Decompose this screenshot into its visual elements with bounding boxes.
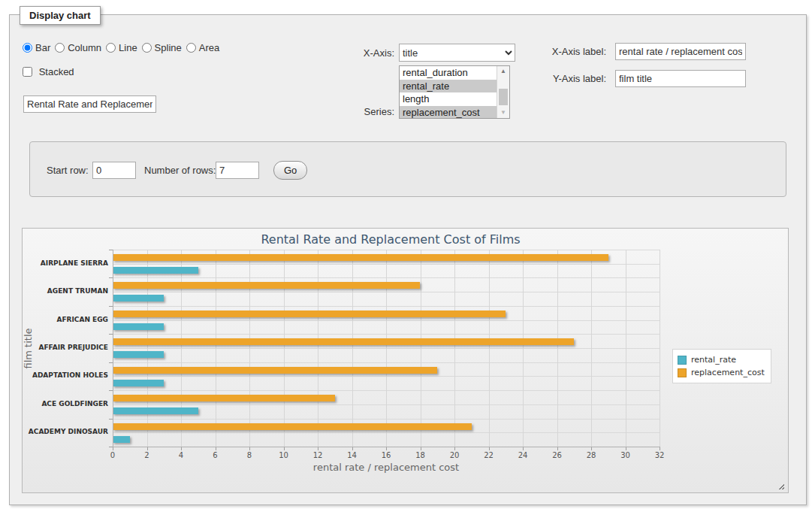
- category-label: ADAPTATION HOLES: [26, 371, 108, 379]
- bar-replacement_cost[interactable]: [113, 282, 420, 289]
- bar-rental_rate[interactable]: [113, 323, 164, 330]
- x-axis-label-field-label: X-Axis label:: [536, 46, 606, 57]
- x-tick-label: 6: [204, 451, 227, 459]
- chart-type-line[interactable]: Line: [106, 42, 137, 53]
- x-tick: [523, 447, 524, 450]
- go-button[interactable]: Go: [273, 161, 307, 180]
- legend-item-replacement_cost[interactable]: replacement_cost: [678, 366, 765, 379]
- x-tick: [386, 447, 387, 450]
- x-tick-label: 16: [375, 451, 397, 459]
- category-label: AFFAIR PREJUDICE: [26, 344, 108, 351]
- x-tick-label: 32: [648, 451, 671, 459]
- bar-replacement_cost[interactable]: [113, 254, 608, 261]
- chart-title-input[interactable]: [23, 95, 156, 113]
- number-of-rows-input[interactable]: [216, 162, 259, 179]
- scroll-up-icon[interactable]: ▲: [497, 66, 509, 77]
- bar-replacement_cost[interactable]: [113, 423, 472, 430]
- page: Display chart BarColumnLineSplineArea St…: [0, 0, 812, 512]
- y-tick: [109, 362, 113, 363]
- x-axis-label-input[interactable]: [615, 43, 746, 60]
- y-axis-label-input[interactable]: [615, 70, 746, 87]
- x-tick-label: 4: [170, 451, 192, 459]
- scrollbar-thumb[interactable]: [499, 89, 508, 105]
- v-gridline: [352, 250, 353, 447]
- x-tick: [318, 447, 318, 450]
- fieldset-legend: Display chart: [20, 6, 101, 25]
- x-tick: [660, 447, 660, 450]
- radio-area[interactable]: [186, 43, 196, 53]
- v-gridline: [147, 250, 148, 447]
- radio-spline[interactable]: [142, 43, 152, 53]
- radio-column[interactable]: [55, 43, 65, 53]
- bar-rental_rate[interactable]: [113, 380, 164, 386]
- bar-replacement_cost[interactable]: [113, 338, 574, 345]
- resize-handle-icon[interactable]: [777, 482, 784, 489]
- x-tick-label: 28: [580, 451, 602, 459]
- x-axis-label: X-Axis:: [324, 47, 394, 59]
- x-tick-label: 18: [409, 451, 432, 459]
- series-option-length[interactable]: length: [400, 92, 497, 106]
- row-range-panel: Start row: Number of rows: Go: [29, 141, 786, 197]
- legend-label: replacement_cost: [691, 368, 765, 377]
- x-tick: [284, 447, 285, 450]
- x-tick-label: 2: [136, 451, 158, 459]
- bar-replacement_cost[interactable]: [113, 311, 506, 317]
- y-axis-label-field-label: Y-Axis label:: [536, 73, 606, 84]
- series-option-rental_duration[interactable]: rental_duration: [400, 66, 497, 80]
- category-label: AFRICAN EGG: [26, 316, 108, 323]
- v-gridline: [421, 250, 421, 447]
- x-tick-label: 20: [443, 451, 466, 459]
- v-gridline: [454, 250, 455, 447]
- x-tick-label: 30: [614, 451, 637, 459]
- radio-label: Line: [119, 42, 137, 53]
- x-tick: [113, 447, 113, 450]
- scroll-down-icon[interactable]: ▼: [497, 108, 509, 118]
- series-option-rental_rate[interactable]: rental_rate: [400, 80, 497, 93]
- number-of-rows-label: Number of rows:: [144, 165, 216, 176]
- series-scrollbar[interactable]: ▲ ▼: [497, 66, 509, 118]
- legend-item-rental_rate[interactable]: rental_rate: [678, 353, 765, 366]
- chart-type-bar[interactable]: Bar: [23, 42, 50, 53]
- chart-type-column[interactable]: Column: [55, 42, 101, 53]
- v-gridline: [489, 250, 490, 447]
- chart-plot-area: [113, 250, 660, 447]
- y-tick: [109, 447, 113, 447]
- start-row-label: Start row:: [47, 165, 89, 176]
- chart-type-spline[interactable]: Spline: [142, 42, 182, 53]
- chart-type-area[interactable]: Area: [186, 42, 219, 53]
- radio-line[interactable]: [106, 43, 116, 53]
- series-option-replacement_cost[interactable]: replacement_cost: [400, 106, 497, 120]
- y-tick: [109, 390, 113, 391]
- stacked-label: Stacked: [39, 66, 74, 77]
- legend-swatch-icon: [678, 368, 687, 377]
- bar-rental_rate[interactable]: [113, 436, 130, 443]
- bar-rental_rate[interactable]: [113, 267, 198, 274]
- bar-rental_rate[interactable]: [113, 351, 164, 358]
- series-options: rental_durationrental_ratelengthreplacem…: [400, 66, 497, 118]
- start-row-input[interactable]: [92, 162, 136, 179]
- series-listbox[interactable]: rental_durationrental_ratelengthreplacem…: [399, 65, 510, 119]
- y-tick: [109, 334, 113, 335]
- x-tick: [216, 447, 216, 450]
- v-gridline: [660, 250, 660, 447]
- x-tick: [249, 447, 250, 450]
- x-axis-title: rental rate / replacement cost: [113, 462, 660, 473]
- bar-rental_rate[interactable]: [113, 295, 164, 301]
- x-tick-label: 10: [273, 451, 295, 459]
- series-label: Series:: [324, 106, 394, 117]
- stacked-checkbox[interactable]: [23, 67, 32, 77]
- legend-label: rental_rate: [691, 355, 736, 365]
- bar-replacement_cost[interactable]: [113, 395, 335, 401]
- x-tick: [181, 447, 182, 450]
- category-label: AGENT TRUMAN: [26, 287, 108, 295]
- bar-replacement_cost[interactable]: [113, 367, 437, 374]
- x-tick: [454, 447, 455, 450]
- bar-rental_rate[interactable]: [113, 407, 198, 414]
- stacked-checkbox-row[interactable]: Stacked: [23, 66, 74, 77]
- x-tick-label: 24: [512, 451, 534, 459]
- chart-type-radio-group: BarColumnLineSplineArea: [23, 42, 224, 53]
- radio-label: Area: [199, 42, 219, 53]
- radio-bar[interactable]: [23, 43, 32, 53]
- chart-title: Rental Rate and Replacement Cost of Film…: [23, 232, 759, 247]
- x-axis-select[interactable]: title: [399, 44, 515, 62]
